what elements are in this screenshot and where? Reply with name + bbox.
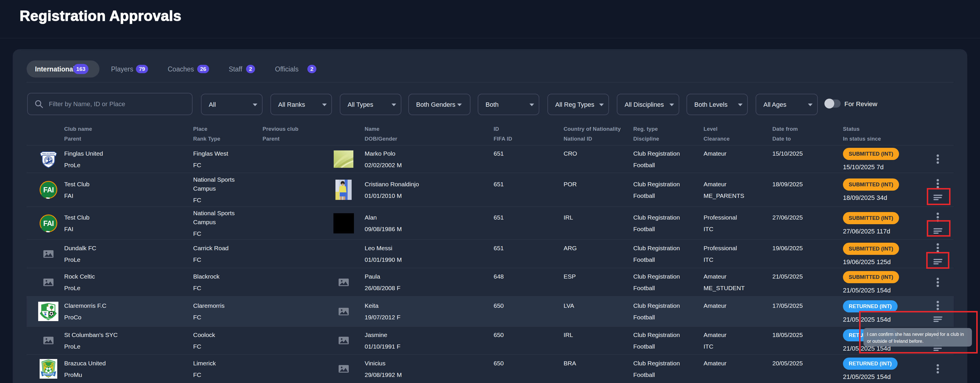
svg-text:UNITED: UNITED xyxy=(46,376,51,377)
svg-text:FAI: FAI xyxy=(43,186,54,194)
svg-text:CLAREMORRIS A.F.C.: CLAREMORRIS A.F.C. xyxy=(40,318,57,320)
svg-text:20: 20 xyxy=(43,163,46,164)
svg-text:FINGLAS UNITED: FINGLAS UNITED xyxy=(42,153,55,155)
svg-text:BRAZUCA: BRAZUCA xyxy=(43,373,54,375)
svg-text:FAI: FAI xyxy=(43,219,54,227)
svg-text:15: 15 xyxy=(51,163,54,164)
